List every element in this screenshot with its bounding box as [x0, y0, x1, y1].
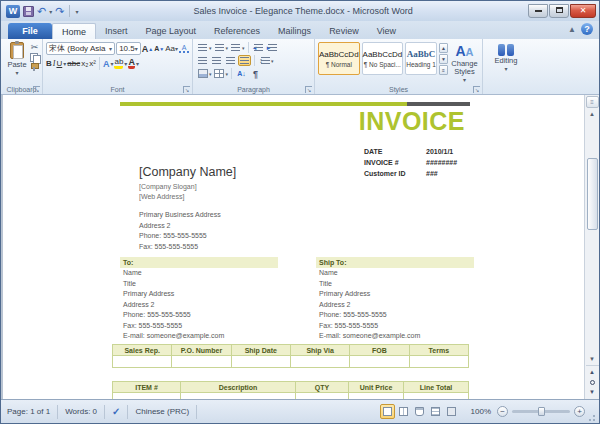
decrease-indent-button[interactable]: ◂ — [252, 42, 265, 53]
font-name-combo[interactable]: 宋体 (Body Asia▾ — [46, 42, 115, 55]
fullscreen-reading-view-button[interactable] — [396, 404, 411, 419]
borders-button[interactable] — [213, 68, 226, 79]
multilevel-list-button[interactable] — [229, 42, 242, 53]
editing-button[interactable]: Editing ▾ — [486, 41, 526, 72]
font-dialog-launcher[interactable]: ↘ — [183, 86, 190, 93]
bill-to-block: To: Name Title Primary Address Address 2… — [120, 257, 278, 342]
highlight-color-icon[interactable]: ab — [114, 58, 123, 69]
shipping-empty-row[interactable] — [113, 356, 469, 368]
items-col-header: ITEM # — [113, 382, 181, 393]
paste-button[interactable]: Paste ▾ — [4, 41, 30, 84]
style-no-spacing[interactable]: AaBbCcDd ¶ No Spaci... — [362, 42, 404, 75]
tab-file[interactable]: File — [8, 23, 52, 39]
bill-to-line: Title — [120, 279, 278, 290]
word-count[interactable]: Words: 0 — [63, 407, 99, 416]
tab-mailings[interactable]: Mailings — [269, 23, 320, 39]
scroll-up-arrow[interactable]: ▲ — [586, 109, 599, 120]
redo-icon[interactable]: ↷ — [55, 6, 64, 17]
phonetic-guide-icon[interactable]: A — [179, 44, 189, 53]
copy-icon[interactable] — [30, 53, 39, 62]
ruler-toggle-icon[interactable]: ≡ — [586, 96, 599, 108]
outline-view-button[interactable] — [428, 404, 443, 419]
text-effects-icon[interactable]: A — [103, 59, 110, 69]
tab-page-layout[interactable]: Page Layout — [137, 23, 206, 39]
tab-review[interactable]: Review — [320, 23, 368, 39]
font-size-combo[interactable]: 10.5▾ — [116, 42, 141, 55]
cut-icon[interactable]: ✂ — [30, 43, 39, 52]
proofing-check-icon[interactable]: ✓ — [110, 406, 122, 417]
select-browse-object-button[interactable] — [590, 380, 595, 385]
quick-access-toolbar: W ↶▾ ↷ ▾ — [3, 5, 78, 18]
word-app-icon[interactable]: W — [6, 5, 20, 18]
increase-indent-button[interactable]: ▸ — [266, 42, 279, 53]
paste-dropdown-caret[interactable]: ▾ — [15, 69, 18, 76]
save-icon[interactable] — [23, 6, 34, 17]
items-empty-row[interactable] — [113, 393, 469, 400]
styles-dialog-launcher[interactable]: ↘ — [473, 86, 480, 93]
align-left-button[interactable] — [196, 55, 209, 66]
vertical-scrollbar[interactable]: ≡ ▲ ▼ ▲ ▼ — [584, 95, 599, 399]
line-spacing-button[interactable]: ↕ — [258, 55, 271, 66]
tab-view[interactable]: View — [368, 23, 405, 39]
numbering-button[interactable] — [213, 42, 226, 53]
ship-to-line: E-mail: someone@example.com — [316, 331, 474, 342]
zoom-in-button[interactable]: + — [574, 406, 585, 417]
align-center-button[interactable] — [210, 55, 223, 66]
scroll-down-arrow[interactable]: ▼ — [586, 354, 599, 365]
minimize-button[interactable] — [528, 4, 548, 18]
change-styles-button[interactable]: AA Change Styles ▾ — [450, 42, 479, 83]
page-indicator[interactable]: Page: 1 of 1 — [5, 407, 52, 416]
document-page[interactable]: INVOICE DATE2010/1/1 INVOICE ######### C… — [1, 95, 599, 399]
print-layout-view-button[interactable] — [380, 404, 395, 419]
scrollbar-thumb[interactable] — [587, 158, 598, 230]
grow-font-button[interactable]: A▲ — [142, 44, 153, 54]
styles-scroll-up[interactable]: ▲ — [439, 43, 448, 53]
close-button[interactable]: ✕ — [570, 4, 596, 18]
bold-button[interactable]: B — [46, 59, 52, 68]
company-address2: Address 2 — [139, 221, 349, 232]
style-heading1[interactable]: AaBbC Heading 1 — [405, 42, 437, 75]
shading-button[interactable] — [196, 68, 209, 79]
style-normal[interactable]: AaBbCcDd ¶ Normal — [318, 42, 360, 75]
minimize-ribbon-icon[interactable]: ▲ — [568, 25, 576, 34]
styles-gallery-expand[interactable]: ≡ — [439, 65, 448, 75]
zoom-slider-thumb[interactable] — [538, 407, 545, 416]
zoom-level[interactable]: 100% — [471, 407, 491, 416]
next-page-button[interactable]: ▼ — [586, 387, 599, 398]
scrollbar-track[interactable] — [586, 120, 599, 354]
previous-page-button[interactable]: ▲ — [586, 367, 599, 378]
italic-button[interactable]: I — [53, 59, 56, 68]
undo-icon[interactable]: ↶ — [37, 6, 46, 17]
zoom-out-button[interactable]: − — [497, 406, 508, 417]
align-right-button[interactable] — [224, 55, 237, 66]
help-icon[interactable]: ? — [581, 23, 593, 35]
format-painter-icon[interactable] — [30, 63, 39, 72]
justify-button[interactable] — [238, 55, 251, 66]
language-indicator[interactable]: Chinese (PRC) — [133, 407, 191, 416]
superscript-button[interactable]: x² — [89, 59, 96, 68]
styles-scroll-down[interactable]: ▼ — [439, 54, 448, 64]
web-layout-view-button[interactable] — [412, 404, 427, 419]
show-hide-pilcrow-button[interactable]: ¶ — [249, 68, 262, 79]
undo-dropdown-caret[interactable]: ▾ — [49, 8, 52, 15]
bill-to-line: Primary Address — [120, 289, 278, 300]
tab-references[interactable]: References — [205, 23, 269, 39]
change-case-button[interactable]: Aa▾ — [165, 44, 178, 53]
status-bar: Page: 1 of 1 Words: 0 ✓ Chinese (PRC) 10… — [1, 399, 599, 423]
strikethrough-button[interactable]: abc — [67, 59, 80, 68]
tab-home[interactable]: Home — [52, 23, 96, 39]
font-color-icon[interactable]: A — [128, 58, 135, 69]
zoom-slider[interactable] — [512, 410, 570, 413]
subscript-button[interactable]: x₂ — [81, 59, 88, 68]
resize-grip[interactable] — [588, 412, 598, 422]
maximize-button[interactable] — [549, 4, 569, 18]
shrink-font-button[interactable]: A▼ — [154, 45, 164, 52]
underline-button[interactable]: U — [56, 59, 62, 68]
paragraph-dialog-launcher[interactable]: ↘ — [305, 86, 312, 93]
clipboard-dialog-launcher[interactable]: ↘ — [33, 86, 40, 93]
draft-view-button[interactable] — [444, 404, 459, 419]
qat-separator — [69, 5, 70, 17]
tab-insert[interactable]: Insert — [96, 23, 137, 39]
sort-button[interactable]: A↓ — [235, 68, 248, 79]
bullets-button[interactable] — [196, 42, 209, 53]
